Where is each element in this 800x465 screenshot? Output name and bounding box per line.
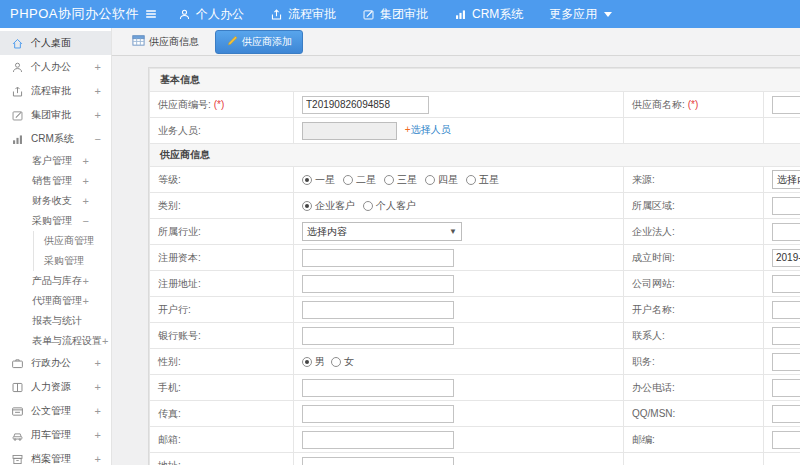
sidebar-item-sales-mgmt[interactable]: 销售管理 + (0, 171, 111, 191)
topmenu-personal-office[interactable]: 个人办公 (178, 6, 244, 23)
topmenu-crm-system[interactable]: CRM系统 (454, 6, 523, 23)
expand-icon[interactable]: + (95, 85, 101, 97)
job-title-label: 职务: (632, 356, 655, 367)
office-phone-input[interactable] (772, 379, 800, 397)
job-title-input[interactable] (772, 353, 800, 371)
collapse-icon[interactable]: − (83, 215, 89, 227)
region-input[interactable] (772, 197, 800, 215)
sidebar-item-personal-office[interactable]: 个人办公 + (0, 55, 111, 79)
email-input[interactable] (302, 431, 454, 449)
sidebar-item-reports[interactable]: 报表与统计 (0, 311, 111, 331)
qq-msn-input[interactable] (772, 405, 800, 423)
expand-icon[interactable]: + (83, 275, 89, 287)
sidebar-item-supplier-mgmt[interactable]: 供应商管理 (0, 231, 111, 251)
radio-enterprise-customer[interactable]: 企业客户 (302, 199, 355, 213)
tab-supplier-info[interactable]: 供应商信息 (124, 30, 207, 53)
sidebar-item-form-workflow-settings[interactable]: 表单与流程设置 + (0, 331, 111, 351)
topmenu-more-apps[interactable]: 更多应用 (549, 6, 612, 23)
sidebar-item-personal-desktop[interactable]: 个人桌面 (0, 31, 111, 55)
sidebar-item-agent-mgmt[interactable]: 代理商管理 + (0, 291, 111, 311)
expand-icon[interactable]: + (102, 335, 108, 347)
collapse-icon[interactable]: − (95, 133, 101, 145)
bank-account-input[interactable] (302, 327, 454, 345)
expand-icon[interactable]: + (83, 195, 89, 207)
expand-icon[interactable]: + (95, 61, 101, 73)
expand-icon[interactable]: + (83, 295, 89, 307)
radio-grade-2star[interactable]: 二星 (343, 173, 376, 187)
expand-icon[interactable]: + (95, 453, 101, 465)
fax-input[interactable] (302, 405, 454, 423)
topmenu-workflow-approval[interactable]: 流程审批 (270, 6, 336, 23)
radio-icon (331, 357, 341, 367)
industry-select[interactable]: 选择内容▼ (302, 222, 462, 241)
expand-icon[interactable]: + (95, 357, 101, 369)
radio-icon (302, 175, 312, 185)
sidebar-item-workflow-approval[interactable]: 流程审批 + (0, 79, 111, 103)
topmenu-group-approval[interactable]: 集团审批 (362, 6, 428, 23)
expand-icon[interactable]: + (95, 381, 101, 393)
sidebar-toggle-icon[interactable] (138, 7, 164, 21)
content-area: 供应商信息 供应商添加 基本信息 供应商编号:(*) 供应商名称:(*) (112, 28, 800, 465)
user-icon (11, 61, 24, 74)
contact-input[interactable] (772, 327, 800, 345)
expand-icon[interactable]: + (95, 429, 101, 441)
radio-grade-5star[interactable]: 五星 (466, 173, 499, 187)
established-date-input[interactable] (772, 249, 800, 267)
source-select[interactable]: 选择内容▼ (772, 170, 800, 189)
sidebar-item-group-approval[interactable]: 集团审批 + (0, 103, 111, 127)
radio-female[interactable]: 女 (331, 355, 354, 369)
supplier-code-input[interactable] (302, 96, 429, 114)
sidebar-item-label: 供应商管理 (44, 234, 94, 248)
industry-label: 所属行业: (158, 226, 201, 237)
radio-male[interactable]: 男 (302, 355, 325, 369)
edit-square-icon (11, 109, 24, 122)
registered-address-input[interactable] (302, 275, 454, 293)
legal-person-input[interactable] (772, 223, 800, 241)
office-phone-label: 办公电话: (632, 382, 675, 393)
expand-icon[interactable]: + (83, 155, 89, 167)
mobile-label: 手机: (158, 382, 181, 393)
registered-address-label: 注册地址: (158, 278, 201, 289)
expand-icon[interactable]: + (83, 175, 89, 187)
required-mark: (*) (688, 99, 699, 110)
sidebar-item-customer-mgmt[interactable]: 客户管理 + (0, 151, 111, 171)
sidebar-item-finance[interactable]: 财务收支 + (0, 191, 111, 211)
website-input[interactable] (772, 275, 800, 293)
sidebar-item-vehicle-mgmt[interactable]: 用车管理 + (0, 423, 111, 447)
select-staff-link[interactable]: +选择人员 (405, 124, 451, 135)
account-name-input[interactable] (772, 301, 800, 319)
sidebar-item-crm-system[interactable]: CRM系统 − (0, 127, 111, 151)
radio-grade-4star[interactable]: 四星 (425, 173, 458, 187)
sidebar-item-purchasing[interactable]: 采购管理 (0, 251, 111, 271)
sidebar-item-purchase-mgmt[interactable]: 采购管理 − (0, 211, 111, 231)
home-icon (11, 37, 24, 50)
zip-input[interactable] (772, 431, 800, 449)
tab-label: 供应商信息 (149, 35, 199, 49)
supplier-name-input[interactable] (772, 96, 800, 114)
mobile-input[interactable] (302, 379, 454, 397)
expand-icon[interactable]: + (95, 109, 101, 121)
radio-personal-customer[interactable]: 个人客户 (363, 199, 416, 213)
required-mark: (*) (214, 99, 225, 110)
pencil-add-icon (226, 35, 238, 49)
section-title-basic-info: 基本信息 (150, 69, 800, 92)
radio-grade-3star[interactable]: 三星 (384, 173, 417, 187)
registered-capital-input[interactable] (302, 249, 454, 267)
address-input[interactable] (302, 457, 454, 465)
category-label: 类别: (158, 200, 181, 211)
radio-grade-1star[interactable]: 一星 (302, 173, 335, 187)
expand-icon[interactable]: + (95, 405, 101, 417)
radio-icon (425, 175, 435, 185)
tab-supplier-add[interactable]: 供应商添加 (215, 30, 303, 54)
sidebar-item-admin-office[interactable]: 行政办公 + (0, 351, 111, 375)
sidebar-item-product-inventory[interactable]: 产品与库存 + (0, 271, 111, 291)
bank-input[interactable] (302, 301, 454, 319)
staff-input[interactable] (302, 122, 397, 140)
sidebar-item-document-mgmt[interactable]: 公文管理 + (0, 399, 111, 423)
sidebar-item-archive-mgmt[interactable]: 档案管理 + (0, 447, 111, 465)
radio-icon (363, 201, 373, 211)
select-staff-label: 选择人员 (411, 124, 451, 135)
sidebar-item-hr[interactable]: 人力资源 + (0, 375, 111, 399)
region-label: 所属区域: (632, 200, 675, 211)
grade-radio-group: 一星 二星 三星 四星 五星 (302, 173, 499, 187)
